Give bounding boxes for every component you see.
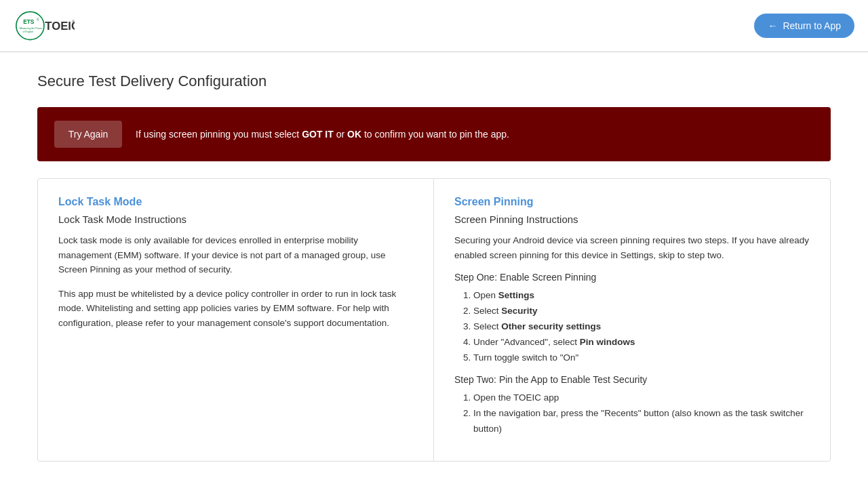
list-item: Open Settings bbox=[473, 288, 810, 304]
svg-text:®: ® bbox=[37, 18, 39, 22]
list-item: Select Other security settings bbox=[473, 319, 810, 335]
lock-task-mode-title: Lock Task Mode bbox=[58, 196, 413, 208]
svg-text:Measuring the Power: Measuring the Power bbox=[20, 27, 43, 30]
step-one-list: Open Settings Select Security Select Oth… bbox=[454, 288, 810, 366]
list-item: Select Security bbox=[473, 304, 810, 319]
logo-container: ETS ® Measuring the Power of English TOE… bbox=[14, 5, 75, 46]
step-bold: Settings bbox=[498, 290, 534, 300]
step-one-heading: Step One: Enable Screen Pinning bbox=[454, 272, 810, 283]
return-to-app-label: Return to App bbox=[783, 20, 841, 31]
try-again-button[interactable]: Try Again bbox=[54, 121, 122, 148]
step-bold: Pin windows bbox=[580, 337, 635, 347]
arrow-left-icon: ← bbox=[768, 20, 777, 31]
ets-toeic-logo: ETS ® Measuring the Power of English TOE… bbox=[14, 5, 75, 46]
lock-task-mode-description2: This app must be whitelisted by a device… bbox=[58, 287, 413, 331]
return-to-app-button[interactable]: ← Return to App bbox=[754, 14, 854, 38]
step-two-heading: Step Two: Pin the App to Enable Test Sec… bbox=[454, 374, 810, 385]
alert-box: Try Again If using screen pinning you mu… bbox=[37, 107, 831, 161]
alert-message: If using screen pinning you must select … bbox=[136, 127, 509, 142]
svg-text:of English: of English bbox=[23, 30, 33, 33]
alert-text-part2: to confirm you want to pin the app. bbox=[361, 129, 509, 140]
instructions-grid: Lock Task Mode Lock Task Mode Instructio… bbox=[37, 178, 831, 462]
page-title: Secure Test Delivery Configuration bbox=[37, 73, 831, 90]
list-item: Under "Advanced", select Pin windows bbox=[473, 335, 810, 350]
list-item: Open the TOEIC app bbox=[473, 390, 810, 406]
svg-text:®: ® bbox=[72, 20, 75, 24]
alert-ok: OK bbox=[347, 129, 361, 140]
header: ETS ® Measuring the Power of English TOE… bbox=[0, 0, 868, 52]
svg-text:TOEIC: TOEIC bbox=[45, 20, 75, 33]
screen-pinning-subtitle: Screen Pinning Instructions bbox=[454, 214, 810, 225]
step-two-list: Open the TOEIC app In the navigation bar… bbox=[454, 390, 810, 437]
step-bold: Other security settings bbox=[501, 321, 601, 331]
list-item: Turn toggle switch to "On" bbox=[473, 350, 810, 366]
screen-pinning-description: Securing your Android device via screen … bbox=[454, 233, 810, 262]
alert-text-part1: If using screen pinning you must select bbox=[136, 129, 302, 140]
list-item: In the navigation bar, press the "Recent… bbox=[473, 406, 810, 437]
main-content: Secure Test Delivery Configuration Try A… bbox=[0, 52, 868, 482]
lock-task-mode-description1: Lock task mode is only available for dev… bbox=[58, 233, 413, 277]
lock-task-mode-panel: Lock Task Mode Lock Task Mode Instructio… bbox=[38, 179, 434, 461]
alert-got-it: GOT IT bbox=[302, 129, 334, 140]
screen-pinning-title: Screen Pinning bbox=[454, 196, 810, 208]
alert-or: or bbox=[334, 129, 347, 140]
lock-task-mode-subtitle: Lock Task Mode Instructions bbox=[58, 214, 413, 225]
svg-text:ETS: ETS bbox=[23, 18, 35, 25]
screen-pinning-panel: Screen Pinning Screen Pinning Instructio… bbox=[434, 179, 830, 461]
step-bold: Security bbox=[501, 306, 537, 316]
svg-point-0 bbox=[16, 12, 44, 39]
